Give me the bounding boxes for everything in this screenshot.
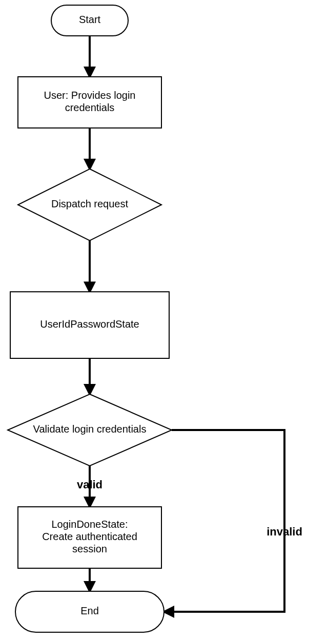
node-dispatch-label: Dispatch request: [51, 198, 129, 209]
node-start: Start: [51, 5, 128, 36]
node-user-credentials-line2: credentials: [65, 102, 115, 113]
node-user-credentials-line1: User: Provides login: [44, 90, 136, 101]
node-dispatch: Dispatch request: [18, 169, 161, 241]
node-start-label: Start: [79, 14, 101, 25]
node-validate-label: Validate login credentials: [33, 423, 147, 435]
node-end-label: End: [80, 605, 99, 616]
node-login-done-line3: session: [72, 543, 107, 554]
node-login-done-line1: LoginDoneState:: [51, 519, 128, 530]
node-login-done: LoginDoneState: Create authenticated ses…: [18, 507, 161, 568]
node-end: End: [15, 591, 164, 632]
edge-label-invalid: invalid: [267, 525, 302, 538]
edge-label-valid: valid: [77, 478, 103, 491]
node-validate: Validate login credentials: [8, 394, 172, 466]
node-user-credentials: User: Provides login credentials: [18, 77, 161, 128]
node-login-done-line2: Create authenticated: [42, 531, 137, 542]
node-userid-state: UserIdPasswordState: [10, 292, 169, 358]
edge-validate-to-end-invalid: [164, 430, 284, 612]
node-userid-state-label: UserIdPasswordState: [40, 318, 139, 330]
